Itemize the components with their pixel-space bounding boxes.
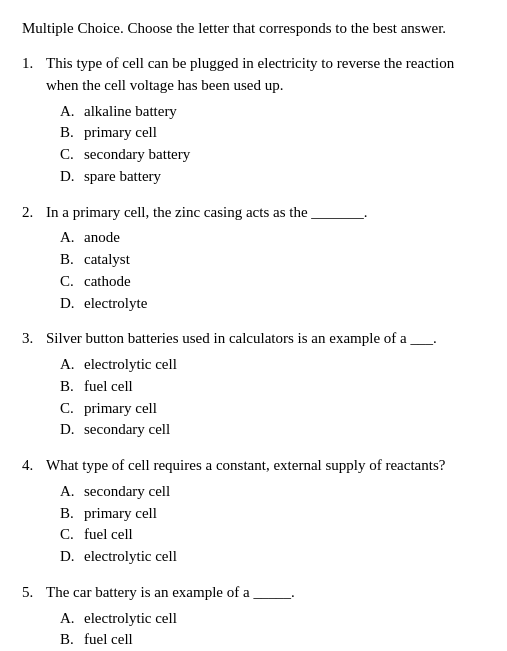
question-4-body: What type of cell requires a constant, e… xyxy=(46,455,485,477)
choice-text: fuel cell xyxy=(84,524,133,546)
question-2-choice-B: B.catalyst xyxy=(60,249,485,271)
question-2-body: In a primary cell, the zinc casing acts … xyxy=(46,202,485,224)
question-2-choice-D: D.electrolyte xyxy=(60,293,485,315)
question-4-choice-D: D.electrolytic cell xyxy=(60,546,485,568)
choice-letter: C. xyxy=(60,524,80,546)
questions-container: 1.This type of cell can be plugged in el… xyxy=(22,53,485,651)
choice-letter: D. xyxy=(60,546,80,568)
choice-text: anode xyxy=(84,227,120,249)
question-2-text: 2.In a primary cell, the zinc casing act… xyxy=(22,202,485,224)
choice-letter: A. xyxy=(60,354,80,376)
choice-text: electrolytic cell xyxy=(84,354,177,376)
question-5-text: 5.The car battery is an example of a ___… xyxy=(22,582,485,604)
question-3-choice-B: B.fuel cell xyxy=(60,376,485,398)
question-3: 3.Silver button batteries used in calcul… xyxy=(22,328,485,441)
choice-text: electrolyte xyxy=(84,293,147,315)
question-2-choice-A: A.anode xyxy=(60,227,485,249)
choice-text: electrolytic cell xyxy=(84,608,177,630)
choice-letter: B. xyxy=(60,503,80,525)
question-3-body: Silver button batteries used in calculat… xyxy=(46,328,485,350)
choice-text: cathode xyxy=(84,271,131,293)
question-5-number: 5. xyxy=(22,582,40,604)
choice-letter: C. xyxy=(60,144,80,166)
instructions: Multiple Choice. Choose the letter that … xyxy=(22,18,485,39)
question-2: 2.In a primary cell, the zinc casing act… xyxy=(22,202,485,315)
choice-letter: A. xyxy=(60,227,80,249)
question-5-body: The car battery is an example of a _____… xyxy=(46,582,485,604)
question-4-number: 4. xyxy=(22,455,40,477)
question-5-choice-A: A.electrolytic cell xyxy=(60,608,485,630)
choice-letter: C. xyxy=(60,398,80,420)
question-4: 4.What type of cell requires a constant,… xyxy=(22,455,485,568)
question-2-choices: A.anodeB.catalystC.cathodeD.electrolyte xyxy=(60,227,485,314)
question-5: 5.The car battery is an example of a ___… xyxy=(22,582,485,651)
choice-letter: D. xyxy=(60,293,80,315)
question-3-choice-A: A.electrolytic cell xyxy=(60,354,485,376)
choice-letter: B. xyxy=(60,122,80,144)
question-3-choices: A.electrolytic cellB.fuel cellC.primary … xyxy=(60,354,485,441)
choice-text: alkaline battery xyxy=(84,101,177,123)
question-5-choices: A.electrolytic cellB.fuel cellC.primary … xyxy=(60,608,485,652)
choice-text: fuel cell xyxy=(84,629,133,651)
choice-text: fuel cell xyxy=(84,376,133,398)
question-4-choice-A: A.secondary cell xyxy=(60,481,485,503)
choice-letter: C. xyxy=(60,271,80,293)
choice-text: primary cell xyxy=(84,503,157,525)
choice-text: primary cell xyxy=(84,398,157,420)
choice-letter: A. xyxy=(60,481,80,503)
question-1: 1.This type of cell can be plugged in el… xyxy=(22,53,485,188)
question-1-body: This type of cell can be plugged in elec… xyxy=(46,53,485,97)
choice-letter: B. xyxy=(60,629,80,651)
question-3-choice-C: C.primary cell xyxy=(60,398,485,420)
question-3-text: 3.Silver button batteries used in calcul… xyxy=(22,328,485,350)
choice-letter: B. xyxy=(60,376,80,398)
question-4-text: 4.What type of cell requires a constant,… xyxy=(22,455,485,477)
question-1-text: 1.This type of cell can be plugged in el… xyxy=(22,53,485,97)
choice-letter: B. xyxy=(60,249,80,271)
choice-text: spare battery xyxy=(84,166,161,188)
choice-letter: A. xyxy=(60,608,80,630)
question-1-choice-A: A.alkaline battery xyxy=(60,101,485,123)
question-2-number: 2. xyxy=(22,202,40,224)
question-2-choice-C: C.cathode xyxy=(60,271,485,293)
question-4-choices: A.secondary cellB.primary cellC.fuel cel… xyxy=(60,481,485,568)
choice-letter: D. xyxy=(60,166,80,188)
question-5-choice-B: B.fuel cell xyxy=(60,629,485,651)
question-1-number: 1. xyxy=(22,53,40,97)
choice-letter: A. xyxy=(60,101,80,123)
question-4-choice-C: C.fuel cell xyxy=(60,524,485,546)
question-1-choices: A.alkaline batteryB.primary cellC.second… xyxy=(60,101,485,188)
question-3-number: 3. xyxy=(22,328,40,350)
choice-text: primary cell xyxy=(84,122,157,144)
choice-text: secondary cell xyxy=(84,481,170,503)
choice-text: electrolytic cell xyxy=(84,546,177,568)
question-1-choice-D: D.spare battery xyxy=(60,166,485,188)
question-4-choice-B: B.primary cell xyxy=(60,503,485,525)
choice-text: catalyst xyxy=(84,249,130,271)
choice-text: secondary cell xyxy=(84,419,170,441)
question-1-choice-C: C.secondary battery xyxy=(60,144,485,166)
question-1-choice-B: B.primary cell xyxy=(60,122,485,144)
question-3-choice-D: D.secondary cell xyxy=(60,419,485,441)
choice-letter: D. xyxy=(60,419,80,441)
choice-text: secondary battery xyxy=(84,144,190,166)
